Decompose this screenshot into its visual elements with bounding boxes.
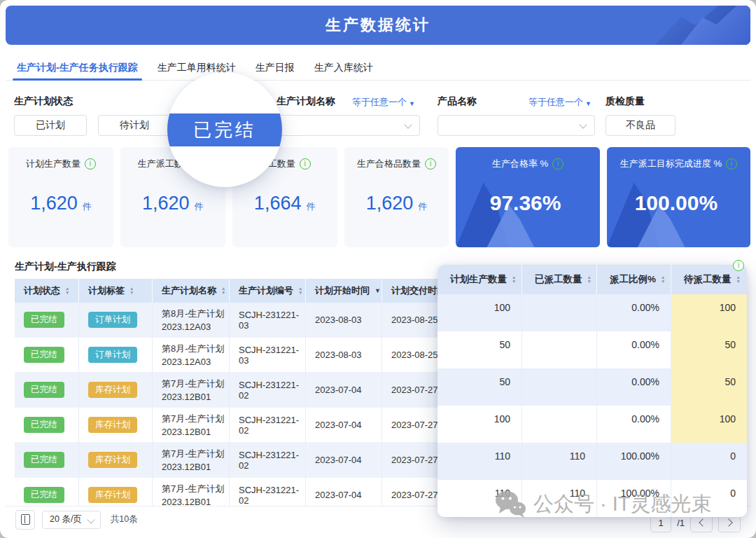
pending-qty-cell: 0 [671,480,747,517]
dispatched-qty-cell [522,406,597,443]
overlay-row[interactable]: 100 0.00% 100 [438,294,747,331]
kpi-title: 生产合格品数量 [357,158,421,170]
plan-code-cell: SCJH-231221-02 [230,408,306,443]
total-count-label: 共10条 [111,513,138,525]
table-header-cell[interactable]: 计划状态 [15,279,79,303]
dispatched-qty-cell: 110 [522,443,597,480]
sort-icon[interactable] [736,275,741,284]
planned-qty-cell: 110 [438,480,522,517]
info-icon[interactable] [300,158,311,170]
planned-qty-cell: 110 [438,443,522,480]
app-header: 生产数据统计 [6,6,750,45]
kpi-title: 生产派工目标完成进度 % [620,158,722,170]
planned-qty-cell: 50 [438,368,522,406]
plan-name-line1: 第7月-生产计划 [162,482,225,495]
pending-qty-cell: 0 [671,443,747,480]
overlay-header-cell[interactable]: 派工比例% [597,265,671,294]
tab-bar: 生产计划-生产任务执行跟踪生产工单用料统计生产日报生产入库统计 [6,59,750,81]
plan-name-line1: 第7月-生产计划 [162,377,225,390]
pending-qty-cell: 50 [671,368,747,406]
dispatch-ratio-cell: 0.00% [597,406,671,443]
page-indicator: /1 [677,518,685,528]
overlay-header-cell[interactable]: 计划生产数量 [438,265,522,294]
page-size-select[interactable]: 20 条/页 [42,511,101,529]
header-decoration [596,6,750,45]
info-icon[interactable] [552,158,564,170]
status-option-planned[interactable]: 已计划 [14,115,87,136]
info-icon[interactable] [726,158,737,170]
product-operator[interactable]: 等于任意一个 [528,96,592,109]
sort-icon[interactable] [587,275,592,284]
status-badge: 已完结 [24,487,64,503]
column-settings-button[interactable] [15,510,35,530]
tab-item[interactable]: 生产入库统计 [314,59,373,80]
table-header-cell[interactable]: 计划标签 [79,279,153,303]
kpi-card: 生产合格品数量 1,620 件 [344,147,449,247]
overlay-row[interactable]: 110 110 100.00% 0 [438,480,747,517]
sort-icon[interactable] [374,287,381,294]
chevron-down-icon [404,120,412,128]
tag-badge: 库存计划 [88,487,137,503]
chevron-down-icon [579,120,587,128]
sort-icon[interactable] [65,287,69,295]
status-badge: 已完结 [24,382,64,398]
sort-icon[interactable] [221,287,225,295]
planned-qty-cell: 100 [438,294,522,331]
product-select[interactable] [438,115,595,136]
status-badge: 已完结 [24,452,64,468]
overlay-row[interactable]: 100 0.00% 100 [438,406,747,443]
kpi-unit: 件 [195,200,204,213]
overlay-row[interactable]: 50 0.00% 50 [438,368,747,406]
overlay-row[interactable]: 50 0.00% 50 [438,331,747,368]
tab-item[interactable]: 生产日报 [255,59,295,80]
dropdown-triangle-icon [409,97,415,108]
filter-bar: 生产计划状态 已计划 待计划 生产计划名称 等于任意一个 产品名称 等于任意一个… [14,92,742,140]
dispatched-qty-cell [522,368,597,406]
kpi-value: 1,620 [366,193,414,214]
overlay-header-cell[interactable]: 已派工数量 [522,265,597,294]
dispatch-ratio-cell: 0.00% [597,331,671,368]
tab-item[interactable]: 生产计划-生产任务执行跟踪 [17,59,138,80]
kpi-value: 97.36% [490,191,561,215]
table-header-cell[interactable]: 生产计划编号 [230,279,306,303]
plan-name-select[interactable] [276,115,420,136]
info-icon[interactable] [733,260,744,271]
tag-badge: 库存计划 [88,452,137,468]
kpi-value: 1,620 [142,193,190,214]
plan-code-cell: SCJH-231221-02 [230,373,306,408]
pending-qty-cell: 100 [671,294,747,331]
pending-qty-cell: 100 [671,406,747,443]
plan-code-cell: SCJH-231221-03 [230,338,306,373]
start-date-cell: 2023-07-04 [306,373,382,408]
kpi-unit: 件 [418,200,427,213]
info-icon[interactable] [425,158,436,170]
dispatched-qty-cell [522,331,597,368]
status-badge: 已完结 [24,347,64,363]
status-option-finished[interactable]: 已完结 [167,113,282,146]
sort-icon[interactable] [130,287,134,295]
plan-code-cell: SCJH-231221-03 [230,303,306,338]
status-option-pending[interactable]: 待计划 [98,115,171,136]
kpi-card: 生产派工目标完成进度 % 100.00% [607,147,750,247]
pending-qty-cell: 50 [671,331,747,368]
kpi-unit: 件 [83,200,92,213]
quality-option-defect[interactable]: 不良品 [606,115,676,136]
plan-name-line1: 第7月-生产计划 [162,447,225,460]
product-filter-label: 产品名称 [438,95,477,108]
sort-icon[interactable] [512,275,516,284]
table-header-cell[interactable]: 计划开始时间 [306,279,382,303]
sort-icon[interactable] [298,287,302,295]
status-badge: 已完结 [24,417,64,433]
plan-name-operator[interactable]: 等于任意一个 [352,96,415,109]
quality-filter-label: 质检质量 [606,95,645,108]
kpi-value: 100.00% [635,191,718,215]
sort-icon[interactable] [661,275,665,284]
kpi-title: 生产合格率 % [492,158,548,170]
tag-badge: 订单计划 [88,347,137,363]
overlay-row[interactable]: 110 110 100.00% 0 [438,443,747,480]
table-header-cell[interactable]: 生产计划名称 [153,279,230,303]
start-date-cell: 2023-08-03 [306,338,382,373]
dispatch-stats-panel: 计划生产数量 已派工数量 派工比例% 待派工数量 100 [438,265,747,517]
info-icon[interactable] [85,158,96,170]
chevron-right-icon [724,518,732,526]
